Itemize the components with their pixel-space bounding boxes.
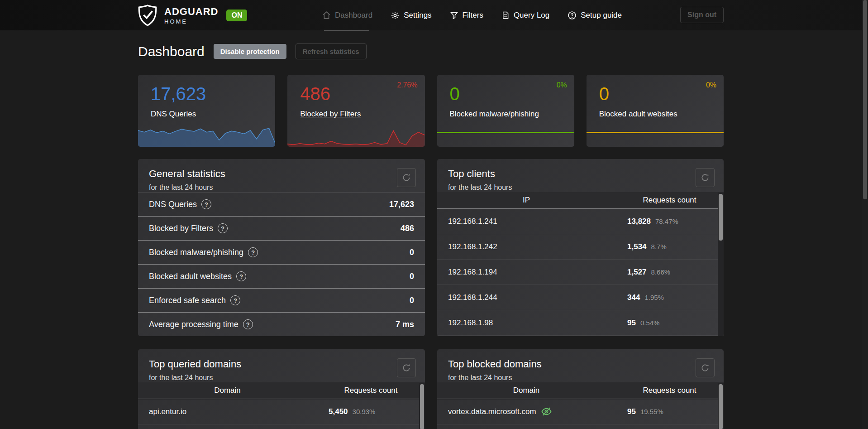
stat-row-value: 0 — [410, 272, 414, 281]
top-blocked-domains-card: Top blocked domains for the last 24 hour… — [437, 349, 724, 429]
table-row[interactable]: 192.168.1.194 1,5278.66% — [437, 260, 724, 285]
requests-cell: 13,82878.47% — [627, 217, 713, 226]
dns-queries-sparkline — [138, 119, 275, 147]
eye-off-icon[interactable] — [541, 406, 552, 417]
nav-item-label: Dashboard — [335, 11, 372, 20]
stat-percent: 0% — [706, 81, 716, 89]
blocked-filters-sparkline — [287, 123, 424, 147]
refresh-card-button[interactable] — [397, 168, 416, 187]
page-head: Dashboard Disable protection Refresh sta… — [138, 43, 367, 59]
nav-item-label: Setup guide — [581, 11, 622, 20]
stat-card-dns-queries: 17,623 DNS Queries — [138, 75, 275, 147]
stat-row-label: Blocked malware/phishing? — [149, 247, 258, 257]
client-ip: 192.168.1.194 — [448, 268, 497, 277]
help-icon[interactable]: ? — [248, 247, 258, 257]
table-row: Average processing time? 7 ms — [138, 312, 425, 336]
nav-item-label: Query Log — [514, 11, 549, 20]
active-tab-underline — [324, 30, 369, 31]
stat-value: 17,623 — [151, 84, 206, 104]
requests-cell: 950.54% — [627, 318, 713, 328]
stat-card-blocked-adult: 0% 0 Blocked adult websites — [587, 75, 724, 147]
funnel-icon — [450, 11, 458, 19]
column-header-domain: Domain — [437, 386, 615, 395]
nav-item-filters[interactable]: Filters — [450, 11, 483, 20]
table-row: DNS Queries? 17,623 — [138, 192, 425, 216]
table-row: Blocked malware/phishing? 0 — [138, 240, 425, 264]
adult-flat-sparkline — [587, 132, 724, 133]
card-scrollbar[interactable] — [718, 193, 724, 336]
table-row[interactable]: 192.168.1.241 13,82878.47% — [437, 209, 724, 234]
blocked-by-filters-link[interactable]: Blocked by Filters — [300, 110, 361, 119]
domain-name: api.entur.io — [149, 407, 186, 416]
top-clients-card: Top clients for the last 24 hours IP Req… — [437, 159, 724, 336]
card-scrollbar[interactable] — [718, 383, 724, 429]
nav-item-setup-guide[interactable]: Setup guide — [568, 11, 622, 20]
card-subtitle: for the last 24 hours — [437, 180, 724, 192]
requests-cell: 1,5348.7% — [627, 242, 713, 251]
help-icon[interactable]: ? — [243, 319, 253, 329]
top-queried-table: Domain Requests count api.entur.io 5,450… — [138, 382, 425, 424]
table-header: Domain Requests count — [437, 382, 724, 399]
card-subtitle: for the last 24 hours — [437, 370, 724, 382]
stat-value: 0 — [450, 84, 460, 104]
stat-row-value: 0 — [410, 296, 414, 305]
stat-row-value: 17,623 — [389, 200, 414, 209]
stat-row-value: 486 — [401, 224, 414, 233]
refresh-icon — [701, 173, 710, 182]
table-row[interactable]: 192.168.1.98 950.54% — [437, 310, 724, 336]
refresh-icon — [402, 173, 411, 182]
top-clients-table: IP Requests count 192.168.1.241 13,82878… — [437, 192, 724, 336]
table-row: Enforced safe search? 0 — [138, 288, 425, 312]
card-title: Top clients — [437, 159, 724, 180]
stat-percent: 2.76% — [397, 81, 417, 89]
page-scrollbar-thumb[interactable] — [863, 0, 867, 199]
table-row[interactable]: api.entur.io 5,45030.93% — [138, 399, 425, 424]
requests-cell: 9519.55% — [627, 407, 713, 416]
stat-label: Blocked adult websites — [599, 110, 677, 119]
gear-icon — [391, 11, 400, 20]
stat-row-value: 0 — [410, 248, 414, 257]
table-row: Blocked adult websites? 0 — [138, 264, 425, 288]
nav-menu: Dashboard Settings Filters Query Log Set… — [322, 0, 622, 30]
nav-item-query-log[interactable]: Query Log — [501, 11, 549, 20]
general-statistics-table: DNS Queries? 17,623 Blocked by Filters? … — [138, 192, 425, 336]
malware-flat-sparkline — [437, 132, 574, 133]
column-header-requests: Requests count — [615, 196, 724, 205]
column-header-ip: IP — [437, 196, 615, 205]
stat-cards-row: 17,623 DNS Queries 2.76% 486 Blocked by … — [138, 75, 724, 147]
nav-item-settings[interactable]: Settings — [391, 11, 431, 20]
help-icon[interactable]: ? — [218, 223, 228, 233]
table-row[interactable]: 192.168.1.244 3441.95% — [437, 285, 724, 310]
requests-cell: 1,5278.66% — [627, 268, 713, 277]
requests-cell: 3441.95% — [627, 293, 713, 302]
refresh-card-button[interactable] — [696, 358, 715, 377]
help-icon[interactable]: ? — [230, 295, 240, 305]
help-icon[interactable]: ? — [236, 271, 246, 281]
refresh-card-button[interactable] — [397, 358, 416, 377]
table-row[interactable]: 192.168.1.242 1,5348.7% — [437, 234, 724, 260]
stat-value: 486 — [300, 84, 330, 104]
table-row[interactable]: vortex.data.microsoft.com 9519.55% — [437, 399, 724, 424]
refresh-statistics-button[interactable]: Refresh statistics — [296, 43, 367, 59]
help-icon[interactable]: ? — [201, 199, 211, 209]
refresh-card-button[interactable] — [696, 168, 715, 187]
stat-value: 0 — [599, 84, 609, 104]
stat-card-blocked-by-filters: 2.76% 486 Blocked by Filters — [287, 75, 424, 147]
stat-row-value: 7 ms — [396, 320, 414, 329]
stat-card-blocked-malware: 0% 0 Blocked malware/phishing — [437, 75, 574, 147]
refresh-icon — [701, 363, 710, 372]
nav-item-dashboard[interactable]: Dashboard — [322, 11, 372, 20]
disable-protection-button[interactable]: Disable protection — [214, 44, 286, 59]
stat-row-label: Enforced safe search? — [149, 295, 240, 305]
table-header: IP Requests count — [437, 192, 724, 209]
card-scrollbar[interactable] — [419, 383, 425, 429]
stat-label: DNS Queries — [151, 110, 196, 119]
client-ip: 192.168.1.244 — [448, 293, 497, 302]
column-header-requests: Requests count — [317, 386, 425, 395]
sign-out-button[interactable]: Sign out — [680, 7, 724, 23]
dashboard-grid: General statistics for the last 24 hours… — [138, 159, 724, 429]
card-title: Top queried domains — [138, 349, 425, 370]
refresh-icon — [402, 363, 411, 372]
card-subtitle: for the last 24 hours — [138, 370, 425, 382]
top-blocked-table: Domain Requests count vortex.data.micros… — [437, 382, 724, 424]
